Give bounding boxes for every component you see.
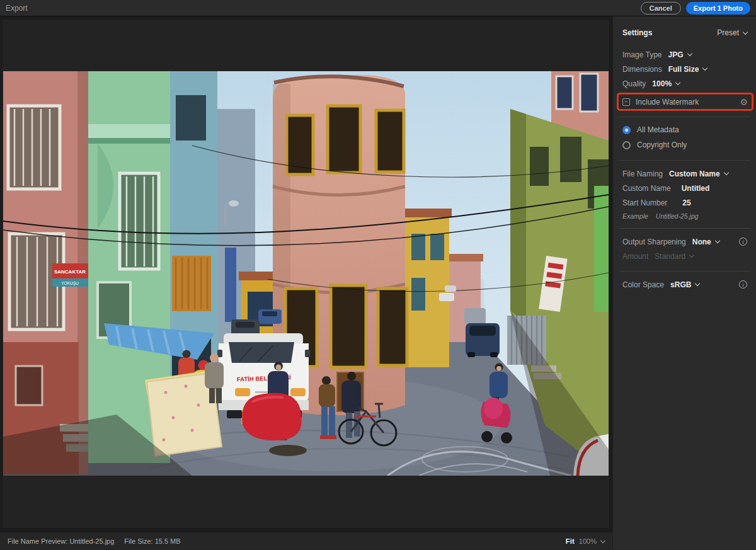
output-sharpening-label: Output Sharpening: [622, 238, 686, 246]
image-type-label: Image Type: [622, 50, 662, 59]
amount-label: Amount: [622, 252, 648, 261]
silver-car: [464, 308, 486, 324]
output-sharpening-value[interactable]: None: [692, 238, 711, 246]
manhole: [269, 445, 307, 456]
example-value: Untitled-25.jpg: [656, 212, 699, 220]
file-size: File Size: 15.5 MB: [124, 537, 180, 545]
zoom-level[interactable]: 100%: [579, 537, 597, 545]
status-bar: File Name Preview: Untitled-25.jpg File …: [0, 532, 612, 550]
preset-dropdown[interactable]: Preset: [717, 28, 747, 37]
divider: [619, 117, 750, 117]
start-number-label: Start Number: [622, 198, 667, 207]
parked-car: [466, 323, 500, 357]
photo-preview: SANCAKTAR YOKUŞU: [3, 71, 609, 476]
export-photo-button[interactable]: Export 1 Photo: [686, 2, 750, 14]
preset-label[interactable]: Preset: [717, 28, 739, 37]
all-metadata-label: All Metadata: [637, 125, 679, 134]
cancel-button[interactable]: Cancel: [641, 2, 681, 14]
file-naming-label: File Naming: [622, 169, 663, 178]
radio-selected-icon[interactable]: [622, 126, 631, 134]
file-name-preview: File Name Preview: Untitled-25.jpg: [8, 537, 114, 545]
divider: [619, 228, 750, 229]
image-type-value[interactable]: JPG: [668, 50, 683, 59]
chevron-down-icon[interactable]: [675, 80, 680, 85]
street-sign-text: SANCAKTAR: [54, 269, 86, 275]
image-type-dropdown[interactable]: Image Type JPG: [622, 47, 747, 62]
chevron-down-icon[interactable]: [695, 281, 700, 286]
copyright-only-label: Copyright Only: [637, 140, 687, 149]
preview-region: SANCAKTAR YOKUŞU: [0, 16, 612, 550]
amount-dropdown: Amount Standard: [622, 249, 747, 263]
divider: [619, 271, 750, 272]
custom-name-field[interactable]: Custom Name Untitled: [622, 181, 747, 195]
example-label: Example: [622, 212, 648, 220]
color-space-value[interactable]: sRGB: [670, 280, 691, 289]
zoom-control[interactable]: Fit 100%: [566, 537, 605, 545]
include-watermark-label: Include Watermark: [636, 98, 699, 106]
color-space-dropdown[interactable]: Color Space sRGB i: [622, 277, 747, 292]
start-number-field[interactable]: Start Number 25: [622, 195, 747, 210]
radio-unselected-icon[interactable]: [622, 141, 631, 149]
divider: [619, 160, 750, 161]
amount-value: Standard: [655, 252, 685, 261]
dimensions-dropdown[interactable]: Dimensions Full Size: [622, 62, 747, 76]
quality-label: Quality: [622, 79, 646, 88]
chevron-down-icon[interactable]: [600, 537, 605, 542]
dialog-title: Export: [6, 4, 28, 13]
gear-icon[interactable]: ⚙: [740, 98, 748, 106]
dimensions-label: Dimensions: [622, 65, 662, 74]
file-naming-value[interactable]: Custom Name: [669, 169, 720, 178]
export-dialog: Export Cancel Export 1 Photo: [0, 0, 756, 550]
settings-panel: Settings Preset Image Type JPG Dimension…: [612, 16, 756, 550]
custom-name-label: Custom Name: [622, 184, 671, 193]
include-watermark-highlight: Include Watermark ⚙: [617, 93, 753, 111]
quality-dropdown[interactable]: Quality 100%: [622, 76, 747, 91]
fit-label[interactable]: Fit: [566, 537, 575, 545]
chevron-down-icon[interactable]: [687, 51, 692, 56]
street-sign-subtext: YOKUŞU: [61, 281, 79, 286]
street-sign: SANCAKTAR YOKUŞU: [52, 263, 88, 287]
distant-car: [439, 293, 454, 301]
chevron-down-icon[interactable]: [743, 29, 748, 34]
chevron-down-icon: [689, 253, 694, 258]
file-naming-dropdown[interactable]: File Naming Custom Name: [622, 166, 747, 181]
quality-value[interactable]: 100%: [652, 79, 672, 88]
chevron-down-icon[interactable]: [702, 66, 707, 71]
distant-car: [445, 285, 456, 292]
topbar: Export Cancel Export 1 Photo: [0, 0, 756, 16]
custom-name-value[interactable]: Untitled: [682, 184, 710, 193]
include-watermark-checkbox[interactable]: [622, 98, 630, 106]
topbar-actions: Cancel Export 1 Photo: [641, 2, 750, 14]
color-space-label: Color Space: [622, 280, 664, 289]
copyright-only-radio[interactable]: Copyright Only: [622, 138, 747, 152]
dimensions-value[interactable]: Full Size: [668, 65, 699, 74]
example-row: Example Untitled-25.jpg: [622, 210, 747, 222]
start-number-value[interactable]: 25: [682, 198, 690, 207]
all-metadata-radio[interactable]: All Metadata: [622, 123, 747, 137]
panel-title: Settings: [622, 28, 652, 37]
info-icon[interactable]: i: [739, 280, 747, 289]
info-icon[interactable]: i: [739, 238, 747, 246]
chevron-down-icon[interactable]: [723, 170, 728, 175]
chevron-down-icon[interactable]: [715, 238, 720, 243]
output-sharpening-dropdown[interactable]: Output Sharpening None i: [622, 234, 747, 249]
